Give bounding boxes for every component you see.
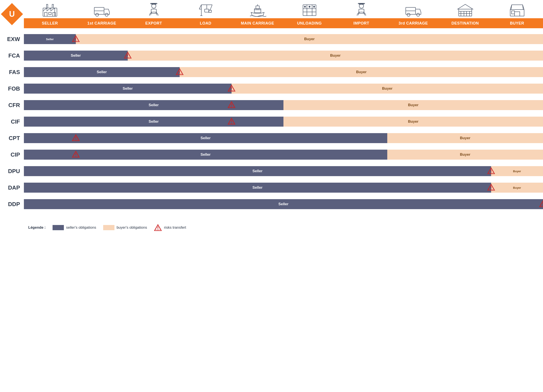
- incoterm-label-CPT: CPT: [0, 135, 24, 142]
- svg-point-46: [417, 13, 420, 16]
- person2-icon: [353, 0, 370, 18]
- buyer-bar-CIP: Buyer: [387, 150, 543, 160]
- incoterm-bars-CFR: SellerBuyer: [24, 100, 543, 110]
- header-label-3: LOAD: [180, 18, 232, 28]
- legend: Légende : seller's obligations buyer's o…: [0, 224, 543, 232]
- logo: U: [0, 0, 24, 28]
- main-content: EXWSellerBuyer FCASellerBuyer FASSellerB…: [0, 28, 543, 218]
- svg-rect-6: [52, 4, 53, 8]
- svg-point-37: [313, 6, 315, 8]
- buyer-bar-CFR: Buyer: [283, 100, 543, 110]
- incoterm-bars-FCA: SellerBuyer: [24, 51, 543, 61]
- svg-line-19: [199, 5, 201, 9]
- header-col-ship: MAIN CARRIAGE: [232, 0, 283, 28]
- person-icon: [145, 0, 163, 18]
- svg-rect-5: [46, 4, 48, 8]
- header-col-warehouse: DESTINATION: [439, 0, 491, 28]
- buyer-bar-FCA: Buyer: [128, 51, 543, 61]
- svg-point-8: [96, 13, 99, 16]
- svg-rect-3: [49, 12, 51, 15]
- header-label-4: MAIN CARRIAGE: [232, 18, 283, 28]
- svg-point-45: [407, 13, 410, 16]
- header-col-grid-box: UNLOADING: [283, 0, 335, 28]
- header-label-5: UNLOADING: [283, 18, 335, 28]
- header-label-0: SELLER: [24, 18, 76, 28]
- incoterm-bars-FAS: SellerBuyer: [24, 67, 543, 77]
- legend-buyer: buyer's obligations: [103, 225, 147, 230]
- legend-risk-label: risks transfert: [164, 225, 186, 230]
- header-label-1: 1st CARRIAGE: [76, 18, 128, 28]
- svg-rect-54: [510, 10, 524, 16]
- legend-seller-box: [53, 225, 64, 230]
- header-col-shop: BUYER: [491, 0, 543, 28]
- header-col-person2: IMPORT: [335, 0, 387, 28]
- svg-rect-41: [359, 9, 364, 13]
- svg-marker-48: [458, 4, 473, 9]
- incoterm-label-CFR: CFR: [0, 102, 24, 108]
- header-label-7: 3rd CARRIAGE: [387, 18, 439, 28]
- crane-icon: [197, 0, 214, 18]
- svg-rect-57: [511, 11, 515, 14]
- header-label-2: EXPORT: [128, 18, 180, 28]
- legend-prefix: Légende :: [28, 225, 46, 230]
- incoterm-bars-FOB: SellerBuyer: [24, 84, 543, 94]
- buyer-bar-EXW: Buyer: [76, 34, 543, 44]
- buyer-bar-FOB: Buyer: [232, 84, 543, 94]
- incoterm-row-FCA: FCASellerBuyer: [0, 49, 543, 62]
- svg-rect-14: [151, 9, 156, 13]
- header-col-crane: LOAD: [180, 0, 232, 28]
- incoterm-label-FAS: FAS: [0, 69, 24, 76]
- incoterm-label-DPU: DPU: [0, 168, 24, 175]
- incoterm-bars-DDP: Seller: [24, 199, 543, 209]
- svg-rect-22: [205, 9, 209, 12]
- seller-bar-CIP: Seller: [24, 150, 387, 160]
- incoterm-bars-CIF: SellerBuyer: [24, 117, 543, 127]
- seller-bar-FAS: Seller: [24, 67, 180, 77]
- svg-point-9: [105, 13, 108, 16]
- incoterm-row-DAP: DAPSellerBuyer: [0, 181, 543, 194]
- incoterm-bars-CPT: SellerBuyer: [24, 133, 543, 143]
- svg-rect-55: [515, 12, 520, 16]
- incoterm-label-CIP: CIP: [0, 151, 24, 158]
- buyer-bar-CPT: Buyer: [387, 133, 543, 143]
- truck2-icon: [405, 0, 422, 18]
- svg-rect-26: [254, 9, 261, 13]
- svg-rect-27: [256, 6, 259, 9]
- header-columns: SELLER 1st CARRIAGE EXPORT: [24, 0, 543, 28]
- legend-risk: risks transfert: [154, 224, 186, 232]
- header-col-person: EXPORT: [128, 0, 180, 28]
- legend-seller: seller's obligations: [53, 225, 96, 230]
- incoterm-row-CIF: CIFSellerBuyer: [0, 115, 543, 128]
- grid-box-icon: [301, 0, 318, 18]
- incoterm-bars-DPU: SellerBuyer: [24, 166, 543, 176]
- svg-rect-2: [53, 12, 55, 16]
- buyer-bar-CIF: Buyer: [283, 117, 543, 127]
- header-col-factory: SELLER: [24, 0, 76, 28]
- seller-bar-DAP: Seller: [24, 183, 491, 193]
- seller-bar-FCA: Seller: [24, 51, 128, 61]
- seller-bar-DDP: Seller: [24, 199, 543, 209]
- svg-point-35: [304, 6, 306, 8]
- legend-buyer-label: buyer's obligations: [117, 225, 147, 230]
- incoterm-bars-EXW: SellerBuyer: [24, 34, 543, 44]
- incoterm-row-FAS: FASSellerBuyer: [0, 66, 543, 79]
- incoterm-row-CIP: CIPSellerBuyer: [0, 148, 543, 161]
- header-col-truck2: 3rd CARRIAGE: [387, 0, 439, 28]
- incoterm-row-CPT: CPTSellerBuyer: [0, 132, 543, 145]
- shop-icon: [509, 0, 526, 18]
- svg-rect-1: [45, 12, 47, 16]
- incoterm-label-FCA: FCA: [0, 52, 24, 59]
- header-col-truck: 1st CARRIAGE: [76, 0, 128, 28]
- incoterm-row-CFR: CFRSellerBuyer: [0, 99, 543, 112]
- incoterm-row-EXW: EXWSellerBuyer: [0, 33, 543, 45]
- buyer-bar-DAP: Buyer: [491, 183, 543, 193]
- warehouse-icon: [457, 0, 474, 18]
- incoterm-label-CIF: CIF: [0, 118, 24, 125]
- buyer-bar-FAS: Buyer: [180, 67, 543, 77]
- seller-bar-CFR: Seller: [24, 100, 283, 110]
- incoterm-row-DDP: DDPSeller: [0, 198, 543, 211]
- truck-icon: [93, 0, 111, 18]
- legend-seller-label: seller's obligations: [66, 225, 96, 230]
- incoterm-row-FOB: FOBSellerBuyer: [0, 82, 543, 95]
- incoterm-label-DDP: DDP: [0, 201, 24, 208]
